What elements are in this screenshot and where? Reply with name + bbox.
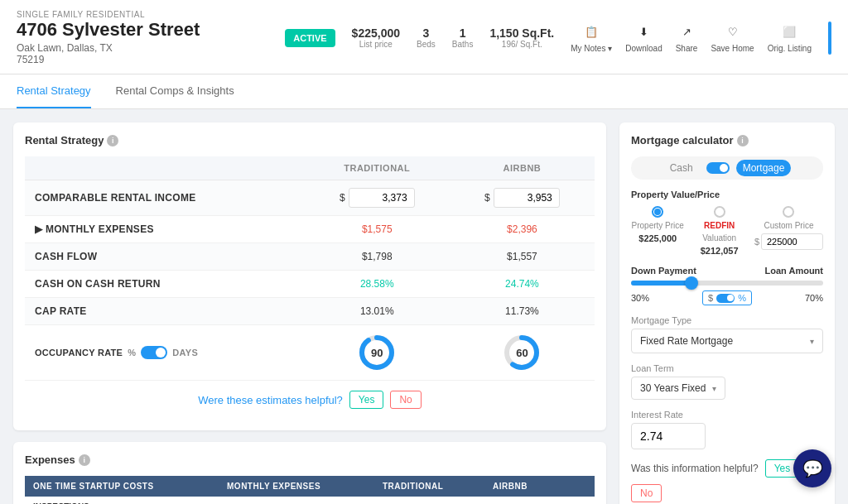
col-header-traditional: TRADITIONAL [305,156,450,180]
property-price-radio[interactable] [652,206,663,218]
header-stats: $225,000 List price 3 Beds 1 Baths 1,150… [352,26,555,49]
table-row: CASH FLOW $1,798 $1,557 [25,243,595,271]
col-header-airbnb: AIRBNB [450,156,595,180]
cash-flow-label: CASH FLOW [25,243,305,271]
left-panel: Rental Strategy i TRADITIONAL AIRBNB COM… [13,122,606,504]
table-row: ▶ MONTHLY EXPENSES $1,575 $2,396 [25,216,595,243]
mortgage-calculator-section: Mortgage calculator i Cash Mortgage Prop… [619,122,835,504]
share-button[interactable]: ↗ Share [676,23,698,53]
right-panel: Mortgage calculator i Cash Mortgage Prop… [619,122,835,504]
table-row: CASH ON CASH RETURN 28.58% 24.74% [25,271,595,298]
custom-price-input[interactable] [761,233,823,250]
chevron-down-icon: ▾ [810,337,814,346]
listing-icon: ⬜ [780,23,798,41]
rental-strategy-section: Rental Strategy i TRADITIONAL AIRBNB COM… [13,122,606,430]
cash-mortgage-toggle-group: Cash Mortgage [631,156,823,180]
orig-listing-button[interactable]: ⬜ Orig. Listing [768,23,812,53]
custom-price-option: Custom Price $ [754,206,823,250]
occupancy-row: OCCUPANCY RATE % Days [25,325,595,381]
baths-stat: 1 Baths [452,26,474,49]
tabs-bar: Rental Strategy Rental Comps & Insights [0,74,848,109]
loan-term-select[interactable]: 30 Years Fixed ▾ [631,377,725,400]
occupancy-traditional-donut: 90 [305,325,450,381]
occupancy-airbnb-donut: 60 [450,325,595,381]
cash-mortgage-toggle[interactable] [706,162,730,174]
cash-on-cash-airbnb: 24.74% [450,271,595,298]
beds-stat: 3 Beds [417,26,436,49]
monthly-expenses-traditional: $1,575 [305,216,450,243]
property-info: SINGLE FAMILY RESIDENTIAL 4706 Sylvester… [17,10,268,65]
mortgage-title: Mortgage calculator i [631,134,823,146]
property-value-options: Property Price $225,000 REDFIN Valuation… [631,206,823,256]
expenses-table: ONE TIME STARTUP COSTS MONTHLY EXPENSES … [25,476,595,504]
property-value-section: Property Value/Price Property Price $225… [631,190,823,256]
page-header: SINGLE FAMILY RESIDENTIAL 4706 Sylvester… [0,0,848,74]
heart-icon: ♡ [724,23,742,41]
helpful-yes-button[interactable]: Yes [349,391,384,409]
download-icon: ⬇ [634,23,653,41]
col-exp-traditional: TRADITIONAL [374,476,484,497]
property-address: Oak Lawn, Dallas, TX 75219 [17,42,268,65]
mortgage-option[interactable]: Mortgage [736,160,792,176]
down-payment-slider-thumb[interactable] [685,276,698,290]
comparable-traditional: $ [305,180,450,216]
col-header-label [25,156,305,180]
comparable-rental-label: COMPARABLE RENTAL INCOME [25,180,305,216]
occupancy-toggle[interactable] [141,346,167,359]
expenses-section: Expenses i ONE TIME STARTUP COSTS MONTHL… [13,442,606,504]
down-payment-slider-track [631,281,823,286]
loan-term-section: Loan Term 30 Years Fixed ▾ [631,363,823,400]
cash-option[interactable]: Cash [663,160,700,176]
insurance-label: INSURANCE [219,497,374,504]
save-home-button[interactable]: ♡ Save Home [711,23,754,53]
mortgage-type-section: Mortgage Type Fixed Rate Mortgage ▾ [631,315,823,353]
helpful-estimates-row: Were these estimates helpful? Yes No [25,381,595,419]
property-name: 4706 Sylvester Street [17,19,268,41]
loan-term-chevron-icon: ▾ [712,384,716,393]
cash-flow-airbnb: $1,557 [450,243,595,271]
helpful-no-button[interactable]: No [390,391,421,409]
chat-button[interactable]: 💬 [793,449,831,487]
dp-currency-toggle[interactable] [716,294,735,303]
property-price-option: Property Price $225,000 [631,206,684,243]
property-value-label: Property Value/Price [631,190,823,199]
chat-icon: 💬 [802,458,823,478]
comparable-airbnb: $ [450,180,595,216]
tab-rental-strategy[interactable]: Rental Strategy [17,74,91,108]
tab-rental-comps[interactable]: Rental Comps & Insights [116,74,234,108]
expenses-title: Expenses i [25,454,595,466]
comparable-airbnb-input[interactable] [494,188,560,208]
table-row: INSPECTIONS $ INSURANCE $ [25,497,595,504]
list-price-stat: $225,000 List price [352,26,400,49]
active-badge: ACTIVE [285,29,335,47]
interest-rate-input[interactable] [631,423,706,449]
property-type: SINGLE FAMILY RESIDENTIAL [17,10,268,19]
monthly-expenses-label: ▶ MONTHLY EXPENSES [25,216,305,243]
cash-on-cash-traditional: 28.58% [305,271,450,298]
cap-rate-traditional: 13.01% [305,298,450,325]
down-payment-section: Down Payment Loan Amount 30% $ % 70% [631,266,823,305]
expenses-info-icon[interactable]: i [79,454,90,466]
mortgage-helpful-no-button[interactable]: No [631,484,662,502]
my-notes-button[interactable]: 📋 My Notes ▾ [571,23,612,53]
vertical-accent [828,22,831,55]
table-row: COMPARABLE RENTAL INCOME $ $ [25,180,595,216]
custom-price-radio[interactable] [783,206,794,218]
traditional-donut-chart: 90 [357,333,397,372]
sqft-stat: 1,150 Sq.Ft. 196/ Sq.Ft. [489,26,554,49]
table-row: CAP RATE 13.01% 11.73% [25,298,595,325]
loan-term-label: Loan Term [631,363,823,373]
comparable-traditional-input[interactable] [349,188,415,208]
redfin-valuation-radio[interactable] [714,206,725,218]
down-payment-label: Down Payment [631,266,696,276]
mortgage-type-select[interactable]: Fixed Rate Mortgage ▾ [631,329,823,353]
airbnb-donut-chart: 60 [502,333,542,372]
monthly-expenses-airbnb: $2,396 [450,216,595,243]
loan-amount-label: Loan Amount [765,266,823,276]
notes-icon: 📋 [582,23,600,41]
download-button[interactable]: ⬇ Download [625,23,662,53]
down-payment-values: 30% $ % 70% [631,290,823,305]
rental-strategy-info-icon[interactable]: i [107,135,118,146]
mortgage-info-icon[interactable]: i [737,135,749,146]
interest-rate-section: Interest Rate [631,410,823,449]
